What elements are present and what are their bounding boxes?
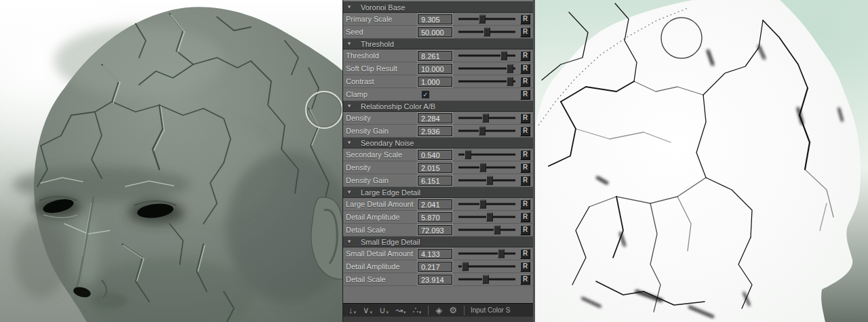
- reset-button[interactable]: R: [520, 212, 530, 222]
- param-slider[interactable]: [458, 148, 515, 161]
- slider-knob[interactable]: [482, 114, 489, 123]
- param-value-field[interactable]: 6.151: [418, 176, 452, 186]
- reset-button[interactable]: R: [520, 176, 530, 186]
- reset-button[interactable]: R: [520, 275, 530, 285]
- slider-knob[interactable]: [479, 15, 486, 24]
- param-value-field[interactable]: 50.000: [418, 27, 452, 37]
- param-slider[interactable]: [458, 75, 515, 87]
- reset-button[interactable]: R: [520, 14, 530, 24]
- param-slider[interactable]: [458, 49, 515, 62]
- reset-button[interactable]: R: [520, 150, 530, 160]
- param-value-field[interactable]: 4.133: [418, 249, 452, 259]
- gear-icon[interactable]: ⚙: [449, 305, 457, 316]
- param-value-field[interactable]: 2.936: [418, 126, 452, 136]
- param-value-field[interactable]: 10.000: [418, 64, 452, 74]
- slider-track[interactable]: [458, 18, 515, 20]
- collapse-triangle-icon[interactable]: ▼: [347, 189, 355, 195]
- viewport-3d[interactable]: [0, 0, 342, 322]
- slider-knob[interactable]: [479, 127, 486, 136]
- reset-button[interactable]: R: [520, 89, 530, 100]
- section-header[interactable]: ▼Threshold: [343, 39, 533, 49]
- slider-knob[interactable]: [486, 176, 493, 185]
- section-header[interactable]: ▼Voronoi Base: [343, 2, 533, 13]
- param-value-field[interactable]: 8.261: [418, 51, 452, 61]
- slider-track[interactable]: [458, 229, 515, 231]
- reset-button[interactable]: R: [520, 199, 530, 209]
- param-value-field[interactable]: 0.217: [418, 262, 452, 272]
- collapse-triangle-icon[interactable]: ▼: [347, 103, 355, 109]
- slider-knob[interactable]: [507, 64, 513, 73]
- falloff-v-icon[interactable]: ∨▾: [363, 305, 372, 316]
- param-value-field[interactable]: 1.000: [418, 77, 452, 87]
- param-row: Detail Amplitude0.217R: [343, 260, 533, 273]
- reset-button[interactable]: R: [520, 64, 530, 74]
- param-value-field[interactable]: 72.093: [418, 225, 452, 235]
- falloff-squiggle-icon[interactable]: ↝▾: [395, 305, 406, 316]
- slider-knob[interactable]: [507, 77, 513, 86]
- reset-button[interactable]: R: [520, 249, 530, 259]
- slider-knob[interactable]: [462, 262, 469, 271]
- reset-button[interactable]: R: [520, 51, 530, 61]
- slider-knob[interactable]: [500, 52, 507, 60]
- layers-icon[interactable]: ◈: [435, 305, 442, 316]
- slider-track[interactable]: [458, 253, 515, 255]
- section-title: Small Edge Detail: [361, 238, 420, 246]
- param-value-field[interactable]: 9.305: [418, 14, 452, 24]
- param-slider[interactable]: [458, 211, 515, 223]
- param-value-field[interactable]: 2.041: [418, 199, 452, 209]
- section-header[interactable]: ▼Seondary Noise: [343, 138, 533, 148]
- falloff-dots-icon: ∴: [413, 305, 418, 316]
- slider-knob[interactable]: [484, 28, 490, 37]
- param-row: Contrast1.000R: [343, 75, 533, 88]
- param-slider[interactable]: [458, 260, 515, 273]
- slider-knob[interactable]: [486, 213, 493, 222]
- param-value-field[interactable]: 23.914: [418, 275, 452, 285]
- param-value-field[interactable]: 2.284: [418, 113, 452, 123]
- slider-knob[interactable]: [494, 226, 500, 235]
- collapse-triangle-icon[interactable]: ▼: [347, 41, 355, 47]
- param-row: Clamp✓R: [343, 88, 533, 101]
- param-slider[interactable]: [458, 125, 515, 137]
- falloff-arc-icon[interactable]: ∪▾: [379, 305, 389, 316]
- slider-track[interactable]: [458, 203, 515, 205]
- slider-track[interactable]: [458, 130, 515, 132]
- param-slider[interactable]: [458, 26, 515, 38]
- clamp-checkbox[interactable]: ✓: [421, 90, 430, 99]
- param-slider[interactable]: [458, 62, 515, 75]
- param-value-field[interactable]: 5.870: [418, 212, 452, 222]
- reset-button[interactable]: R: [520, 113, 530, 123]
- param-slider[interactable]: [458, 174, 515, 186]
- param-slider[interactable]: [458, 224, 515, 236]
- param-slider[interactable]: [458, 161, 515, 174]
- slider-knob[interactable]: [479, 163, 486, 172]
- param-slider[interactable]: [458, 13, 515, 25]
- section-header[interactable]: ▼Large Edge Detail: [343, 187, 533, 198]
- reset-button[interactable]: R: [520, 163, 530, 173]
- slider-knob[interactable]: [498, 249, 505, 258]
- param-row: Detail Scale72.093R: [343, 224, 533, 237]
- section-header[interactable]: ▼Relationship Color A/B: [343, 101, 533, 112]
- reset-button[interactable]: R: [520, 262, 530, 272]
- param-slider[interactable]: [458, 247, 515, 260]
- reset-button[interactable]: R: [520, 225, 530, 235]
- reset-button[interactable]: R: [520, 126, 530, 136]
- panel-bottom-strip: [343, 317, 533, 322]
- slider-knob[interactable]: [479, 200, 486, 209]
- param-slider[interactable]: [458, 273, 515, 285]
- falloff-dots-icon[interactable]: ∴▾: [413, 305, 422, 316]
- param-value-field[interactable]: 2.015: [418, 163, 452, 173]
- slider-track[interactable]: [458, 167, 515, 169]
- texture-preview[interactable]: [535, 0, 868, 322]
- section-header[interactable]: ▼Small Edge Detail: [343, 237, 533, 247]
- param-slider[interactable]: [458, 112, 515, 124]
- reset-button[interactable]: R: [520, 27, 530, 37]
- slider-knob[interactable]: [482, 275, 489, 284]
- collapse-triangle-icon[interactable]: ▼: [347, 140, 355, 146]
- param-value-field[interactable]: 0.540: [418, 150, 452, 160]
- reset-button[interactable]: R: [520, 77, 530, 87]
- collapse-triangle-icon[interactable]: ▼: [347, 4, 355, 10]
- param-slider[interactable]: [458, 198, 515, 210]
- slider-knob[interactable]: [465, 150, 471, 159]
- falloff-down-icon[interactable]: ↓▾: [349, 305, 356, 316]
- collapse-triangle-icon[interactable]: ▼: [347, 239, 355, 245]
